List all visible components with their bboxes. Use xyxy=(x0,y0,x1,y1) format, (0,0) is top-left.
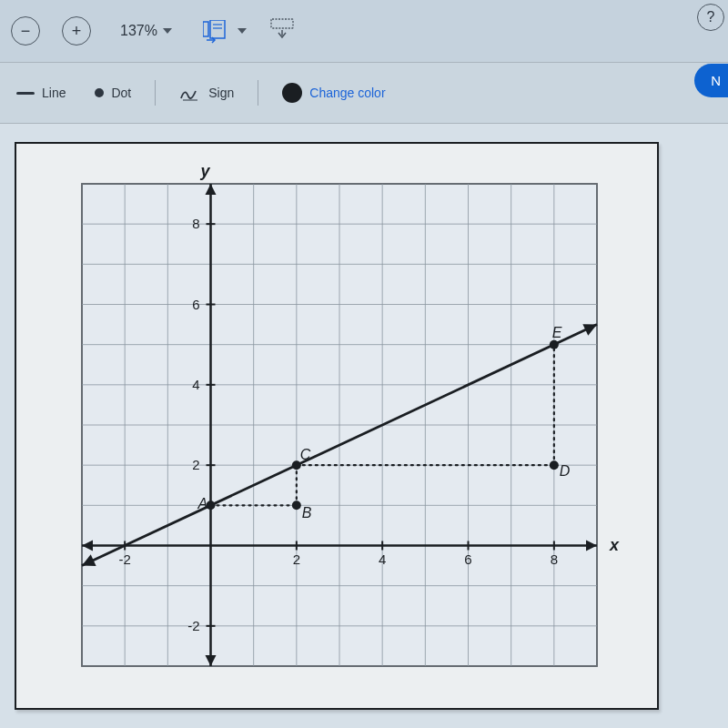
content-area: -22468-22468xyABCDE xyxy=(0,124,728,724)
zoom-out-button[interactable]: − xyxy=(11,16,40,46)
sign-tool[interactable]: Sign xyxy=(174,80,239,106)
separator xyxy=(258,80,258,106)
sign-label: Sign xyxy=(208,86,234,100)
line-tool[interactable]: Line xyxy=(11,82,71,104)
top-toolbar: − + 137% xyxy=(0,0,728,63)
svg-text:B: B xyxy=(302,505,312,521)
dot-icon xyxy=(95,88,104,97)
svg-text:4: 4 xyxy=(379,551,386,567)
chevron-down-icon xyxy=(163,28,172,34)
svg-text:8: 8 xyxy=(551,551,558,567)
line-label: Line xyxy=(42,86,66,100)
svg-text:E: E xyxy=(552,325,562,340)
svg-text:2: 2 xyxy=(293,551,300,567)
svg-text:2: 2 xyxy=(192,457,199,472)
next-button[interactable]: N xyxy=(694,64,728,97)
change-color-label: Change color xyxy=(309,86,385,100)
svg-point-71 xyxy=(550,460,559,470)
dot-label: Dot xyxy=(111,86,131,100)
svg-text:6: 6 xyxy=(192,297,199,312)
zoom-value: 137% xyxy=(120,23,157,39)
svg-point-73 xyxy=(550,340,559,349)
svg-text:4: 4 xyxy=(192,377,199,392)
chevron-down-icon[interactable] xyxy=(238,28,247,34)
next-label: N xyxy=(711,73,721,88)
svg-rect-5 xyxy=(271,19,293,28)
svg-text:D: D xyxy=(560,463,571,479)
sign-icon xyxy=(179,84,201,102)
dot-tool[interactable]: Dot xyxy=(89,82,136,104)
tool-toolbar: Line Dot Sign Change color xyxy=(0,63,728,124)
svg-text:x: x xyxy=(609,536,620,554)
svg-rect-0 xyxy=(203,22,208,36)
zoom-in-button[interactable]: + xyxy=(62,16,91,46)
help-button[interactable]: ? xyxy=(697,4,724,31)
svg-text:8: 8 xyxy=(192,216,199,231)
reading-mode-button[interactable] xyxy=(203,20,228,42)
zoom-dropdown[interactable]: 137% xyxy=(113,23,172,39)
svg-text:6: 6 xyxy=(464,551,471,567)
coordinate-graph: -22468-22468xyABCDE xyxy=(27,157,624,693)
keyboard-button[interactable] xyxy=(268,17,296,45)
svg-point-67 xyxy=(292,500,301,510)
color-swatch-icon xyxy=(282,83,302,103)
separator xyxy=(155,80,156,106)
graph-frame: -22468-22468xyABCDE xyxy=(15,142,659,710)
change-color-tool[interactable]: Change color xyxy=(277,79,390,106)
svg-text:C: C xyxy=(300,447,311,462)
svg-text:A: A xyxy=(197,496,208,511)
svg-text:y: y xyxy=(199,162,210,180)
line-icon xyxy=(16,92,35,95)
svg-text:-2: -2 xyxy=(118,551,130,567)
svg-rect-1 xyxy=(210,20,225,38)
svg-text:-2: -2 xyxy=(187,618,199,633)
